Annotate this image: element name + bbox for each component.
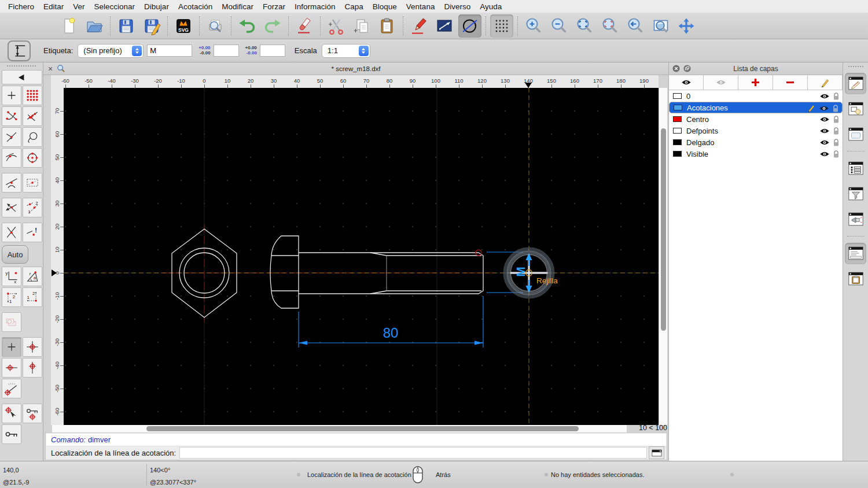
restriction-info-button[interactable]: ! <box>23 223 42 242</box>
zoom-selection-button[interactable] <box>598 14 621 38</box>
free-snap-button[interactable] <box>2 86 21 105</box>
svg-export-button[interactable]: SVG <box>172 14 195 38</box>
show-all-layers-button[interactable] <box>669 75 704 90</box>
open-file-button[interactable] <box>83 14 106 38</box>
vertical-scrollbar-thumb[interactable] <box>661 128 666 331</box>
menu-acotacion[interactable]: Acotación <box>178 2 212 11</box>
on-entity-snap-button[interactable] <box>23 106 42 126</box>
zoom-in-button[interactable] <box>522 14 545 38</box>
edit-layer-icon[interactable] <box>807 104 815 114</box>
menu-forzar[interactable]: Forzar <box>263 2 285 11</box>
set-relative-zero-button[interactable] <box>2 404 21 423</box>
copy-button[interactable] <box>350 14 373 38</box>
layer-list-panel-toggle-button[interactable] <box>845 73 866 94</box>
print-preview-button[interactable] <box>204 14 227 38</box>
menu-capa[interactable]: Capa <box>345 2 363 11</box>
intersection-auto-snap-button[interactable] <box>2 198 21 217</box>
library-browser-panel-toggle-button[interactable] <box>845 124 866 145</box>
menu-informacion[interactable]: Información <box>295 2 336 11</box>
redo-button[interactable] <box>261 14 284 38</box>
block-list-panel-toggle-button[interactable] <box>845 98 866 120</box>
zoom-out-button[interactable] <box>547 14 571 38</box>
menu-ventana[interactable]: Ventana <box>406 2 435 11</box>
restrict-vertical-button[interactable] <box>23 358 42 378</box>
layer-row-visible[interactable]: Visible <box>669 148 843 160</box>
vertical-dimension-tool-button[interactable] <box>8 40 31 61</box>
layer-lock-icon[interactable] <box>833 150 840 160</box>
pan-button[interactable] <box>675 14 698 38</box>
lock-relative-zero-button[interactable] <box>23 404 42 423</box>
corner-point-21-button[interactable]: 12 <box>23 287 42 307</box>
intersection-snap-button[interactable] <box>2 223 21 242</box>
zoom-auto-button[interactable] <box>573 14 596 38</box>
nearest-snap-button[interactable] <box>2 148 21 168</box>
paste-button[interactable] <box>376 14 399 38</box>
layer-lock-icon[interactable] <box>833 115 840 125</box>
command-window-toggle-button[interactable] <box>649 446 664 459</box>
layer-row-centro[interactable]: Centro <box>669 113 843 125</box>
vertical-scrollbar[interactable] <box>659 88 667 425</box>
layer-row-0[interactable]: 0 <box>669 90 843 102</box>
angle-meter-button[interactable] <box>2 379 21 398</box>
grid-toggle-button[interactable] <box>490 14 513 38</box>
layer-visibility-icon[interactable] <box>819 105 829 113</box>
menu-diverso[interactable]: Diverso <box>444 2 470 11</box>
middle-snap-button[interactable] <box>23 173 42 193</box>
center-snap-button[interactable] <box>23 148 42 168</box>
menu-modificar[interactable]: Modificar <box>222 2 253 11</box>
tangent-snap-button[interactable] <box>2 173 21 193</box>
layer-row-defpoints[interactable]: Defpoints <box>669 125 843 136</box>
scale-select[interactable]: 1:1 <box>322 44 370 58</box>
layer-lock-icon[interactable] <box>833 92 840 102</box>
coordinate-polar-button[interactable]: ra <box>23 267 42 286</box>
undo-button[interactable] <box>236 14 259 38</box>
restrict-nothing-button[interactable] <box>2 337 21 357</box>
layer-visibility-icon[interactable] <box>819 116 830 124</box>
reference-snap-button[interactable] <box>23 127 42 147</box>
menu-editar[interactable]: Editar <box>43 2 64 11</box>
menu-dibujar[interactable]: Dibujar <box>144 2 169 11</box>
draw-pencil-button[interactable] <box>407 14 431 38</box>
circle-tool-button[interactable] <box>458 14 481 38</box>
drawing-canvas[interactable]: 80 <box>64 88 659 425</box>
grid-snap-button[interactable] <box>23 86 42 105</box>
menu-ver[interactable]: Ver <box>73 2 84 11</box>
notification-panel-toggle-button[interactable] <box>845 209 866 230</box>
menu-fichero[interactable]: Fichero <box>8 2 34 11</box>
selection-tool-faded-button[interactable] <box>2 312 21 332</box>
coordinate-cartesian-button[interactable]: yx <box>2 267 21 286</box>
new-document-button[interactable] <box>57 14 80 38</box>
save-as-button[interactable] <box>140 14 163 38</box>
zoom-window-button[interactable] <box>649 14 672 38</box>
layer-row-delgado[interactable]: Delgado <box>669 136 843 148</box>
layer-visibility-icon[interactable] <box>819 93 830 101</box>
delete-button[interactable] <box>293 14 316 38</box>
polyline-tool-button[interactable] <box>433 14 456 38</box>
horizontal-scrollbar-thumb[interactable] <box>146 426 579 431</box>
menu-seleccionar[interactable]: Seleccionar <box>94 2 135 11</box>
endpoint-snap-button[interactable] <box>2 106 21 126</box>
layer-row-acotaciones[interactable]: Acotaciones <box>669 102 843 113</box>
save-button[interactable] <box>115 14 138 38</box>
hide-all-layers-button[interactable] <box>704 75 738 90</box>
layer-visibility-icon[interactable] <box>819 127 830 136</box>
layer-visibility-icon[interactable] <box>819 150 830 159</box>
dimension-80[interactable]: 80 <box>299 296 483 347</box>
menu-ayuda[interactable]: Ayuda <box>480 2 502 11</box>
remove-layer-button[interactable] <box>773 75 808 90</box>
command-input[interactable] <box>179 447 647 459</box>
cut-button[interactable] <box>325 14 348 38</box>
prefix-select[interactable]: (Sin prefijo) <box>78 44 144 58</box>
tolerance-upper-input[interactable] <box>214 45 239 57</box>
corner-point-12-button[interactable]: 12 <box>2 287 21 307</box>
intersection-manual-snap-button[interactable]: 12 <box>23 198 42 217</box>
snap-auto-button[interactable]: Auto <box>2 245 28 264</box>
layer-lock-icon[interactable] <box>833 127 840 137</box>
filter-panel-toggle-button[interactable] <box>845 183 866 205</box>
dimension-label-input[interactable] <box>147 45 192 57</box>
zoom-previous-button[interactable] <box>624 14 647 38</box>
layer-lock-icon[interactable] <box>833 138 840 149</box>
restrict-horizontal-button[interactable] <box>2 358 21 378</box>
perpendicular-snap-button[interactable] <box>2 127 21 147</box>
back-arrow-button[interactable] <box>2 70 42 84</box>
